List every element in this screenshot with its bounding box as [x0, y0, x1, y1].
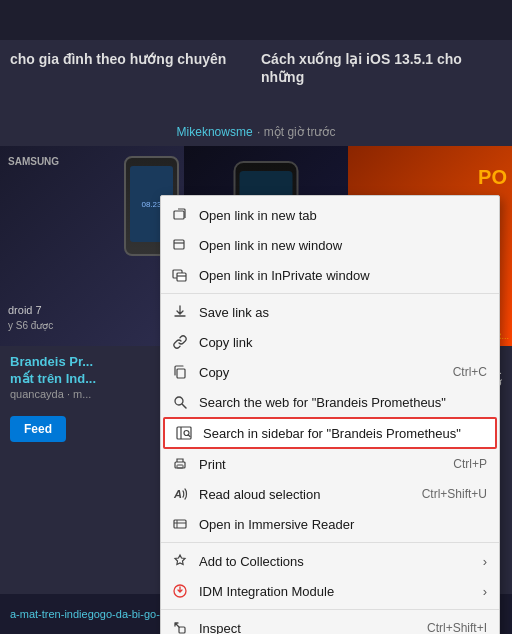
search-icon [171, 393, 189, 411]
po-text: PO [478, 166, 507, 189]
sidebar-search-icon [175, 424, 193, 442]
menu-label-open-new-tab: Open link in new tab [199, 208, 487, 223]
menu-item-open-immersive[interactable]: Open in Immersive Reader [161, 509, 499, 539]
svg-point-7 [175, 397, 183, 405]
menu-label-copy: Copy [199, 365, 433, 380]
separator3 [161, 609, 499, 610]
menu-item-inspect[interactable]: InspectCtrl+Shift+I [161, 613, 499, 634]
menu-label-open-inprivate: Open link in InPrivate window [199, 268, 487, 283]
menu-shortcut-copy: Ctrl+C [453, 365, 487, 379]
collections-icon [171, 552, 189, 570]
svg-rect-0 [174, 211, 184, 219]
samsung-block: SAMSUNG droid 7 y S6 được 08.23 [0, 146, 184, 346]
copy-icon [171, 363, 189, 381]
menu-label-search-web: Search the web for "Brandeis Prometheus" [199, 395, 487, 410]
immersive-icon [171, 515, 189, 533]
menu-shortcut-inspect: Ctrl+Shift+I [427, 621, 487, 634]
read-aloud-icon: A [171, 485, 189, 503]
menu-shortcut-print: Ctrl+P [453, 457, 487, 471]
menu-label-save-link: Save link as [199, 305, 487, 320]
article-title-1: cho gia đình theo hướng chuyên [10, 50, 251, 110]
menu-item-open-new-tab[interactable]: Open link in new tab [161, 200, 499, 230]
svg-line-12 [188, 435, 190, 437]
menu-item-read-aloud[interactable]: ARead aloud selectionCtrl+Shift+U [161, 479, 499, 509]
separator1 [161, 293, 499, 294]
author-name: Mikeknowsme [177, 123, 253, 141]
svg-rect-14 [177, 465, 183, 468]
svg-text:A: A [173, 488, 182, 500]
feed-button[interactable]: Feed [10, 416, 66, 442]
menu-item-save-link[interactable]: Save link as [161, 297, 499, 327]
save-icon [171, 303, 189, 321]
separator2 [161, 542, 499, 543]
menu-label-idm: IDM Integration Module [199, 584, 473, 599]
inspect-icon [171, 619, 189, 634]
menu-item-search-web[interactable]: Search the web for "Brandeis Prometheus" [161, 387, 499, 417]
menu-label-inspect: Inspect [199, 621, 407, 635]
top-bar [0, 0, 512, 40]
menu-label-open-new-window: Open link in new window [199, 238, 487, 253]
window-icon [171, 236, 189, 254]
context-menu: Open link in new tabOpen link in new win… [160, 195, 500, 634]
menu-label-search-sidebar: Search in sidebar for "Brandeis Promethe… [203, 426, 483, 441]
menu-item-copy-link[interactable]: Copy link [161, 327, 499, 357]
copy-link-icon [171, 333, 189, 351]
articles-row: cho gia đình theo hướng chuyên Cách xuốn… [0, 40, 512, 120]
menu-item-print[interactable]: PrintCtrl+P [161, 449, 499, 479]
galaxy-label: y S6 được [8, 320, 53, 331]
menu-label-copy-link: Copy link [199, 335, 487, 350]
menu-item-open-inprivate[interactable]: Open link in InPrivate window [161, 260, 499, 290]
menu-arrow-idm: › [483, 584, 487, 599]
menu-item-idm[interactable]: IDM Integration Module› [161, 576, 499, 606]
menu-label-open-immersive: Open in Immersive Reader [199, 517, 487, 532]
svg-rect-20 [179, 627, 185, 633]
svg-rect-4 [177, 273, 186, 281]
svg-line-8 [183, 405, 187, 409]
svg-rect-6 [177, 369, 185, 378]
print-icon [171, 455, 189, 473]
menu-item-add-collections[interactable]: Add to Collections› [161, 546, 499, 576]
menu-shortcut-read-aloud: Ctrl+Shift+U [422, 487, 487, 501]
menu-label-read-aloud: Read aloud selection [199, 487, 402, 502]
idm-icon [171, 582, 189, 600]
menu-arrow-add-collections: › [483, 554, 487, 569]
newtab-icon [171, 206, 189, 224]
menu-label-add-collections: Add to Collections [199, 554, 473, 569]
menu-label-print: Print [199, 457, 433, 472]
menu-item-open-new-window[interactable]: Open link in new window [161, 230, 499, 260]
menu-item-copy[interactable]: CopyCtrl+C [161, 357, 499, 387]
svg-rect-1 [174, 240, 184, 249]
inprivate-icon [171, 266, 189, 284]
author-meta: · một giờ trước [257, 125, 335, 139]
android-label: droid 7 [8, 304, 42, 316]
menu-item-search-sidebar[interactable]: Search in sidebar for "Brandeis Promethe… [163, 417, 497, 449]
article-title-2: Cách xuống lại iOS 13.5.1 cho những [261, 50, 502, 110]
svg-rect-16 [174, 520, 186, 528]
